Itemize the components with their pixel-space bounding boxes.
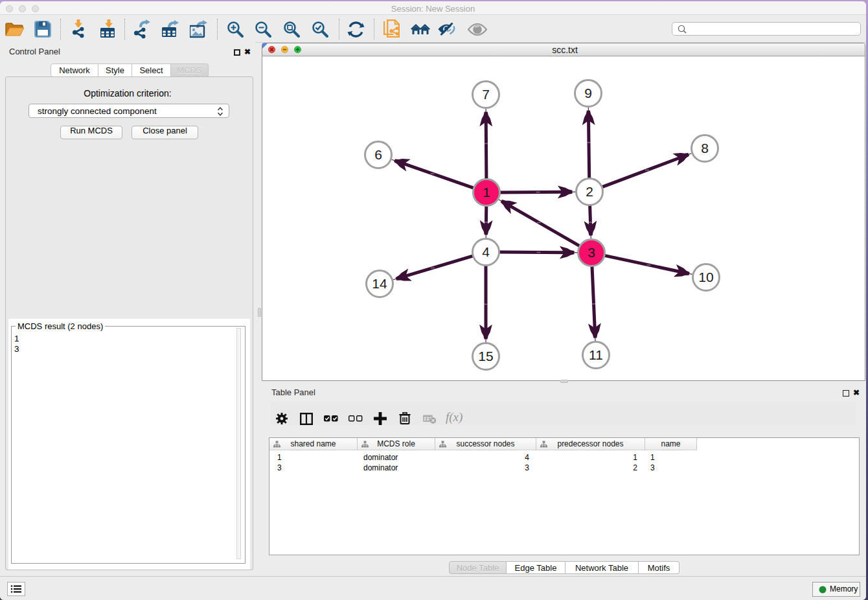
svg-text:f(x): f(x) [446, 411, 463, 424]
svg-text:14: 14 [372, 276, 387, 291]
svg-text:3: 3 [588, 245, 595, 260]
svg-text:6: 6 [374, 147, 382, 162]
svg-text:10: 10 [698, 270, 713, 284]
svg-text:7: 7 [482, 87, 490, 102]
svg-text:15: 15 [478, 349, 493, 363]
svg-text:2: 2 [586, 184, 593, 199]
svg-text:4: 4 [482, 244, 490, 259]
svg-text:1: 1 [483, 185, 490, 200]
svg-text:8: 8 [701, 141, 709, 156]
svg-text:9: 9 [584, 86, 592, 100]
svg-text:11: 11 [589, 347, 603, 362]
